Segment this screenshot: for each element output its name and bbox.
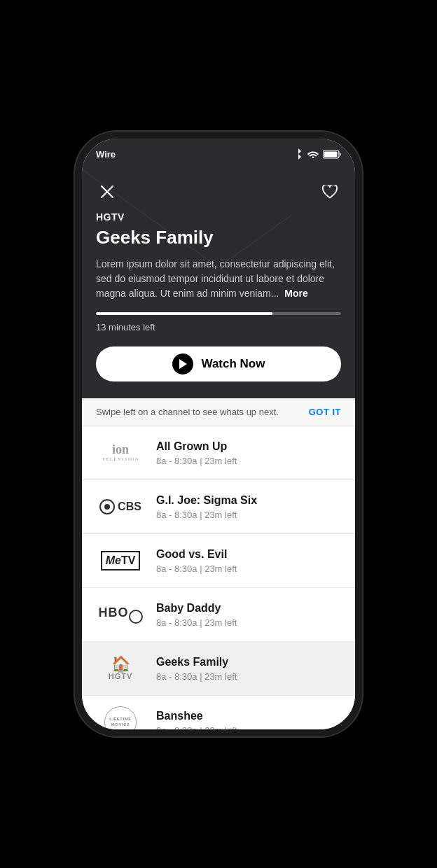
show-name: G.I. Joe: Sigma Six (156, 494, 257, 507)
logo-lifetime: LIFETIMEMOVIES (104, 706, 137, 729)
watch-now-label: Watch Now (202, 357, 265, 371)
status-bar: Wire (82, 139, 355, 169)
close-button[interactable] (96, 181, 118, 203)
channel-item-metv[interactable]: MeTV Good vs. Evil 8a - 8:30a | 23m left (82, 534, 355, 588)
channel-item-ion[interactable]: ion TELEVISION All Grown Up 8a - 8:30a |… (82, 426, 355, 480)
show-time: 8a - 8:30a | 23m left (156, 671, 237, 682)
channel-logo-wrap: CBS (96, 491, 145, 522)
channel-list: ion TELEVISION All Grown Up 8a - 8:30a |… (82, 426, 355, 729)
channel-logo-wrap: HBO (96, 599, 145, 630)
got-it-button[interactable]: GOT IT (309, 407, 341, 417)
time-left-label: 13 minutes left (96, 322, 341, 332)
show-time: 8a - 8:30a | 23m left (156, 617, 237, 628)
logo-hgtv: 🏠 HGTV (109, 657, 133, 680)
channel-item-lifetime[interactable]: LIFETIMEMOVIES Banshee 8a - 8:30a | 23m … (82, 696, 355, 729)
show-time: 8a - 8:30a | 23m left (156, 725, 237, 730)
progress-bar-fill (96, 312, 272, 315)
phone-frame: Wire (82, 139, 355, 729)
swipe-hint-text: Swipe left on a channel to see whats up … (96, 407, 279, 417)
channel-info: Good vs. Evil 8a - 8:30a | 23m left (156, 548, 237, 574)
channel-logo-wrap: LIFETIMEMOVIES (96, 707, 145, 729)
show-time: 8a - 8:30a | 23m left (156, 510, 257, 520)
show-name: Banshee (156, 710, 237, 722)
logo-cbs: CBS (99, 499, 141, 514)
progress-bar-container (96, 312, 341, 315)
carrier-label: Wire (96, 149, 116, 160)
hero-section: HGTV Geeks Family Lorem ipsum dolor sit … (82, 169, 355, 398)
channel-logo-wrap: ion TELEVISION (96, 438, 145, 468)
show-name: Good vs. Evil (156, 548, 237, 561)
show-name: All Grown Up (156, 440, 237, 453)
channel-item-hbo[interactable]: HBO Baby Daddy 8a - 8:30a | 23m left (82, 588, 355, 642)
play-triangle-icon (179, 359, 187, 369)
status-icons (295, 148, 341, 160)
channel-info: Banshee 8a - 8:30a | 23m left (156, 710, 237, 730)
wifi-icon (307, 150, 319, 158)
channel-info: G.I. Joe: Sigma Six 8a - 8:30a | 23m lef… (156, 494, 257, 520)
swipe-hint-bar: Swipe left on a channel to see whats up … (82, 398, 355, 426)
hero-top-bar (96, 181, 341, 203)
show-time: 8a - 8:30a | 23m left (156, 456, 237, 466)
svg-rect-1 (324, 151, 338, 157)
channel-item-cbs[interactable]: CBS G.I. Joe: Sigma Six 8a - 8:30a | 23m… (82, 480, 355, 534)
battery-icon (323, 150, 341, 159)
heart-icon (322, 185, 338, 199)
hero-description: Lorem ipsum dolor sit amet, consectetur … (96, 257, 341, 301)
logo-metv: MeTV (101, 551, 141, 570)
logo-hbo: HBO (99, 606, 143, 624)
hero-channel-name: HGTV (96, 211, 341, 223)
channel-info: Baby Daddy 8a - 8:30a | 23m left (156, 602, 237, 628)
favorite-button[interactable] (319, 181, 341, 203)
show-name: Baby Daddy (156, 602, 237, 615)
watch-now-button[interactable]: Watch Now (96, 346, 341, 382)
show-name: Geeks Family (156, 656, 237, 668)
channel-info: All Grown Up 8a - 8:30a | 23m left (156, 440, 237, 466)
show-time: 8a - 8:30a | 23m left (156, 564, 237, 574)
bluetooth-icon (295, 148, 303, 160)
channel-logo-wrap: 🏠 HGTV (96, 653, 145, 684)
channel-logo-wrap: MeTV (96, 545, 145, 576)
channel-item-hgtv[interactable]: 🏠 HGTV Geeks Family 8a - 8:30a | 23m lef… (82, 642, 355, 696)
hero-show-title: Geeks Family (96, 227, 341, 248)
more-link[interactable]: More (284, 288, 307, 299)
play-icon-circle (172, 354, 193, 374)
logo-ion: ion TELEVISION (102, 443, 139, 462)
close-icon (101, 186, 113, 198)
channel-info: Geeks Family 8a - 8:30a | 23m left (156, 656, 237, 682)
